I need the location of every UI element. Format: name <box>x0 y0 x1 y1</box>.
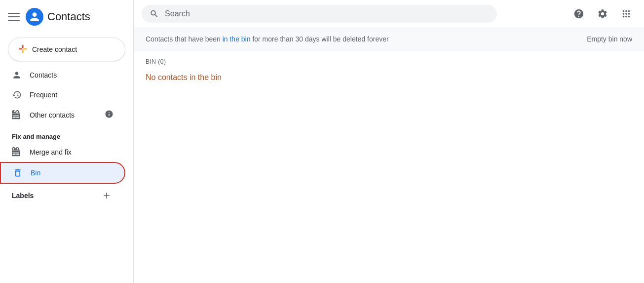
nav-section: Contacts Frequent Other contacts <box>0 65 133 125</box>
help-button[interactable] <box>569 4 589 24</box>
search-icon <box>150 9 159 19</box>
bin-count: BIN (0) <box>146 58 632 65</box>
search-bar[interactable] <box>142 5 497 23</box>
no-contacts-message: No contacts in the bin <box>146 73 632 82</box>
sidebar-item-contacts[interactable]: Contacts <box>0 65 125 85</box>
sidebar: Contacts ✛ Create contact Contacts Frequ… <box>0 0 133 283</box>
search-input[interactable] <box>165 9 489 18</box>
sidebar-item-other-contacts[interactable]: Other contacts <box>0 105 125 125</box>
empty-bin-button[interactable]: Empty bin now <box>587 35 632 43</box>
sidebar-item-other-contacts-label: Other contacts <box>30 111 75 119</box>
sidebar-item-merge[interactable]: Merge and fix <box>0 142 125 162</box>
sidebar-item-frequent-label: Frequent <box>30 91 57 99</box>
sidebar-item-contacts-label: Contacts <box>30 71 57 79</box>
apps-button[interactable] <box>616 4 636 24</box>
app-name: Contacts <box>47 10 90 23</box>
sidebar-item-merge-label: Merge and fix <box>30 148 72 156</box>
info-icon <box>105 110 114 120</box>
banner-text: Contacts that have been in the bin for m… <box>146 35 389 43</box>
sidebar-item-frequent[interactable]: Frequent <box>0 85 125 105</box>
header-row: Contacts <box>0 4 133 30</box>
avatar-icon <box>26 8 43 26</box>
app-logo: Contacts <box>26 8 90 26</box>
sidebar-item-bin[interactable]: Bin <box>0 162 125 184</box>
add-label-button[interactable] <box>100 189 114 202</box>
fix-manage-label: Fix and manage <box>0 127 133 142</box>
menu-icon[interactable] <box>8 11 20 23</box>
labels-section: Labels <box>0 184 125 207</box>
topbar-actions <box>569 4 636 24</box>
create-contact-label: Create contact <box>32 45 77 53</box>
settings-button[interactable] <box>593 4 612 24</box>
main-content: Contacts that have been in the bin for m… <box>133 0 644 283</box>
plus-icon: ✛ <box>18 43 27 56</box>
labels-label: Labels <box>12 192 34 200</box>
bin-banner: Contacts that have been in the bin for m… <box>134 28 644 50</box>
content-area: BIN (0) No contacts in the bin <box>134 50 644 283</box>
topbar <box>134 0 644 28</box>
sidebar-item-bin-label: Bin <box>31 169 40 177</box>
create-contact-button[interactable]: ✛ Create contact <box>8 38 125 61</box>
